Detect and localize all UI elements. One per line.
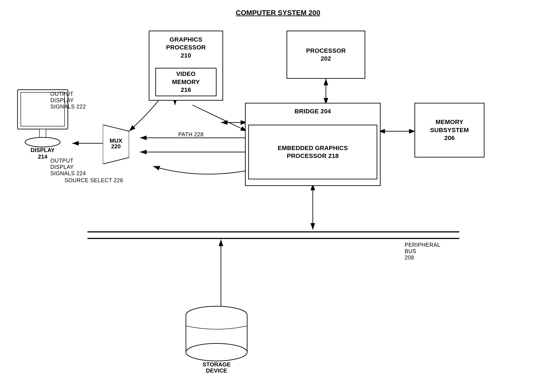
memory-subsystem-label: MEMORYSUBSYSTEM206 bbox=[430, 118, 469, 142]
svg-text:220: 220 bbox=[111, 143, 121, 150]
processor-box: PROCESSOR202 bbox=[286, 31, 365, 79]
diagram: COMPUTER SYSTEM 200 PROCESSOR202 GRAPHIC… bbox=[0, 0, 556, 392]
peripheral-bus-label: PERIPHERAL BUS208 bbox=[405, 242, 453, 261]
path-228-label: PATH 228 bbox=[178, 131, 204, 138]
video-memory-label: VIDEOMEMORY216 bbox=[172, 70, 200, 94]
svg-text:214: 214 bbox=[38, 153, 47, 160]
graphics-processor-label: GRAPHICSPROCESSOR210 bbox=[149, 36, 223, 60]
egp-label: EMBEDDED GRAPHICSPROCESSOR 218 bbox=[278, 144, 348, 160]
diagram-title: COMPUTER SYSTEM 200 bbox=[0, 9, 556, 17]
title-text: COMPUTER SYSTEM 200 bbox=[236, 9, 320, 17]
egp-box: EMBEDDED GRAPHICSPROCESSOR 218 bbox=[248, 125, 377, 179]
video-memory-box: VIDEOMEMORY216 bbox=[155, 68, 216, 96]
processor-label: PROCESSOR202 bbox=[306, 47, 346, 63]
output-display-222-label: OUTPUT DISPLAYSIGNALS 222 bbox=[50, 91, 94, 110]
svg-point-30 bbox=[186, 343, 247, 361]
source-select-226-label: SOURCE SELECT 226 bbox=[64, 177, 123, 184]
svg-point-23 bbox=[25, 137, 60, 147]
svg-text:DISPLAY: DISPLAY bbox=[31, 147, 55, 153]
svg-text:212: 212 bbox=[212, 373, 221, 374]
storage-shape: STORAGE DEVICE 212 bbox=[184, 304, 249, 374]
svg-text:DEVICE: DEVICE bbox=[206, 367, 227, 374]
memory-subsystem-box: MEMORYSUBSYSTEM206 bbox=[415, 103, 485, 157]
bridge-label: BRIDGE 204 bbox=[246, 108, 380, 115]
svg-text:STORAGE: STORAGE bbox=[202, 361, 231, 368]
output-display-224-label: OUTPUT DISPLAYSIGNALS 224 bbox=[50, 157, 94, 177]
mux-shape: MUX 220 bbox=[103, 125, 129, 164]
diagram-arrows bbox=[0, 0, 556, 392]
svg-line-6 bbox=[193, 105, 247, 131]
